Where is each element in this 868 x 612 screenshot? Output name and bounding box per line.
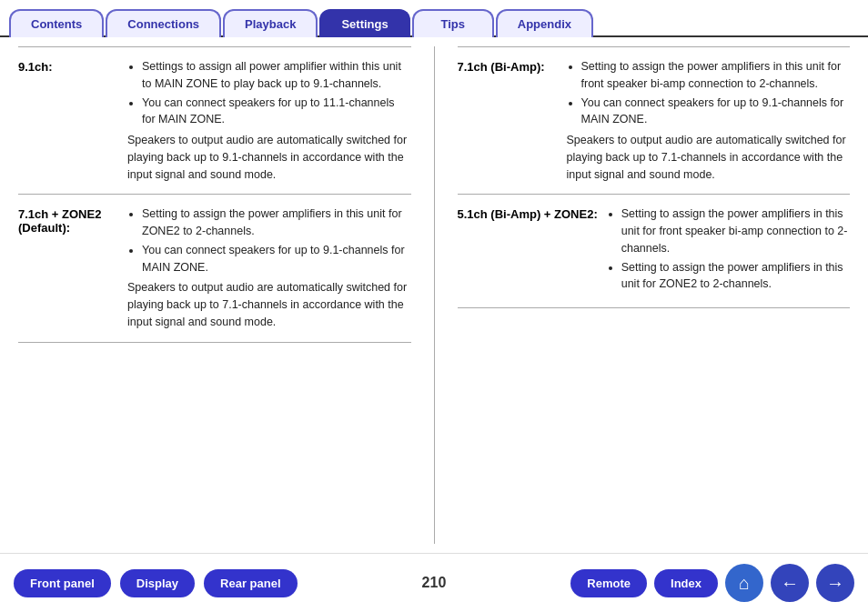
body-7-1ch-biamp: Setting to assign the power amplifiers i… — [567, 58, 851, 183]
paragraph-7-1ch-zone2: Speakers to output audio are automatical… — [127, 279, 411, 330]
label-9-1ch: 9.1ch: — [18, 58, 127, 183]
tab-playback[interactable]: Playback — [223, 9, 318, 37]
row-7-1ch-zone2: 7.1ch + ZONE2 (Default): Setting to assi… — [18, 194, 411, 342]
forward-button[interactable]: → — [816, 564, 854, 602]
row-7-1ch-biamp: 7.1ch (Bi-Amp): Setting to assign the po… — [458, 46, 851, 194]
paragraph-7-1ch-biamp: Speakers to output audio are automatical… — [567, 132, 851, 183]
tab-contents[interactable]: Contents — [9, 9, 104, 37]
label-7-1ch-biamp: 7.1ch (Bi-Amp): — [458, 58, 567, 183]
back-button[interactable]: ← — [771, 564, 809, 602]
bullet-item: You can connect speakers for up to 9.1-c… — [142, 242, 411, 276]
tab-appendix[interactable]: Appendix — [496, 9, 593, 37]
bullet-item: Setting to assign the power amplifiers i… — [621, 206, 850, 256]
label-5-1ch-biamp-zone2: 5.1ch (Bi-Amp) + ZONE2: — [458, 206, 607, 296]
bullets-9-1ch: Settings to assign all power amplifier w… — [127, 58, 411, 128]
home-button[interactable]: ⌂ — [725, 564, 763, 602]
body-5-1ch-biamp-zone2: Setting to assign the power amplifiers i… — [607, 206, 850, 296]
footer: Front panel Display Rear panel 210 Remot… — [0, 553, 868, 612]
nav-tabs: Contents Connections Playback Settings T… — [0, 0, 868, 37]
tab-tips[interactable]: Tips — [412, 9, 494, 37]
forward-icon: → — [826, 573, 844, 594]
tab-settings[interactable]: Settings — [319, 9, 409, 37]
back-icon: ← — [781, 573, 799, 594]
row-5-1ch-biamp-zone2: 5.1ch (Bi-Amp) + ZONE2: Setting to assig… — [458, 194, 851, 308]
display-button[interactable]: Display — [120, 569, 195, 597]
bullets-7-1ch-biamp: Setting to assign the power amplifiers i… — [567, 58, 851, 128]
bullet-item: Setting to assign the power amplifiers i… — [142, 206, 411, 240]
remote-button[interactable]: Remote — [570, 569, 647, 597]
tab-connections[interactable]: Connections — [106, 9, 221, 37]
bullet-item: Setting to assign the power amplifiers i… — [581, 58, 851, 93]
content-area: 9.1ch: Settings to assign all power ampl… — [0, 37, 868, 553]
bullets-7-1ch-zone2: Setting to assign the power amplifiers i… — [127, 206, 411, 276]
bullet-item: You can connect speakers for up to 11.1-… — [142, 95, 411, 129]
label-line2: (Default): — [18, 221, 70, 235]
column-divider — [434, 46, 435, 544]
bullets-5-1ch-biamp-zone2: Setting to assign the power amplifiers i… — [607, 206, 850, 293]
paragraph-9-1ch: Speakers to output audio are automatical… — [127, 132, 411, 183]
body-7-1ch-zone2: Setting to assign the power amplifiers i… — [127, 206, 411, 330]
index-button[interactable]: Index — [654, 569, 718, 597]
front-panel-button[interactable]: Front panel — [14, 569, 111, 597]
row-9-1ch: 9.1ch: Settings to assign all power ampl… — [18, 46, 411, 194]
left-column: 9.1ch: Settings to assign all power ampl… — [18, 46, 411, 544]
right-column: 7.1ch (Bi-Amp): Setting to assign the po… — [458, 46, 851, 544]
label-line1: 7.1ch + ZONE2 — [18, 207, 101, 221]
bullet-item: Setting to assign the power amplifiers i… — [621, 259, 850, 294]
footer-right-controls: Remote Index ⌂ ← → — [570, 564, 854, 602]
page-number: 210 — [422, 575, 447, 591]
body-9-1ch: Settings to assign all power amplifier w… — [127, 58, 411, 183]
main-content: 9.1ch: Settings to assign all power ampl… — [0, 37, 868, 553]
rear-panel-button[interactable]: Rear panel — [204, 569, 297, 597]
bullet-item: Settings to assign all power amplifier w… — [142, 58, 411, 93]
bullet-item: You can connect speakers for up to 9.1-c… — [581, 95, 851, 129]
footer-nav-buttons: Front panel Display Rear panel — [14, 569, 298, 597]
home-icon: ⌂ — [739, 573, 750, 594]
label-7-1ch-zone2: 7.1ch + ZONE2 (Default): — [18, 206, 127, 330]
